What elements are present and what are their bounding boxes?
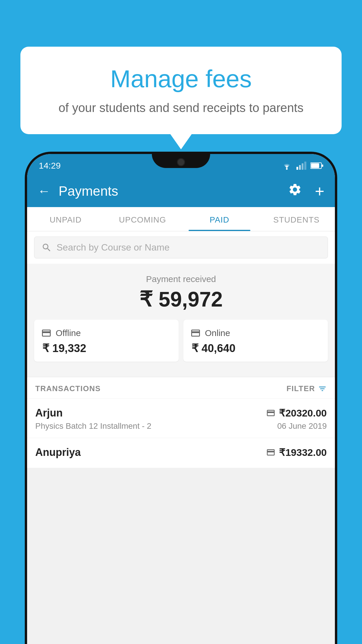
gear-icon [288, 183, 302, 197]
online-amount: ₹ 40,640 [190, 342, 236, 355]
tabs: UNPAID UPCOMING PAID STUDENTS [27, 207, 335, 231]
offline-payment-icon [41, 328, 52, 338]
transaction-top: Anupriya ₹19332.00 [35, 446, 327, 459]
offline-amount: ₹ 19,332 [41, 342, 86, 355]
transaction-amount-row: ₹20320.00 [266, 407, 327, 419]
battery-icon [310, 162, 323, 169]
offline-payment-card: Offline ₹ 19,332 [34, 320, 179, 362]
back-button[interactable]: ← [38, 184, 50, 198]
online-payment-icon [266, 408, 275, 418]
offline-payment-icon [266, 448, 275, 457]
speech-bubble-container: Manage fees of your students and send re… [20, 47, 342, 134]
svg-rect-4 [304, 162, 306, 170]
search-icon [41, 242, 52, 253]
payment-received-section: Payment received ₹ 59,972 Offline ₹ 19,3… [27, 264, 335, 377]
tab-students[interactable]: STUDENTS [258, 207, 335, 231]
status-icons [281, 162, 323, 170]
wifi-icon [281, 162, 292, 170]
phone-frame: 14:29 [25, 152, 337, 644]
bubble-subtitle: of your students and send receipts to pa… [44, 99, 318, 117]
transactions-label: TRANSACTIONS [35, 384, 101, 393]
speech-bubble: Manage fees of your students and send re… [20, 47, 342, 134]
status-time: 14:29 [39, 161, 61, 171]
svg-point-0 [286, 168, 288, 170]
offline-card-header: Offline [41, 328, 81, 338]
svg-rect-2 [299, 165, 301, 170]
tab-unpaid[interactable]: UNPAID [27, 207, 104, 231]
svg-rect-1 [296, 167, 298, 170]
transaction-top: Arjun ₹20320.00 [35, 407, 327, 419]
add-button[interactable]: + [315, 182, 324, 201]
transaction-course: Physics Batch 12 Installment - 2 [35, 421, 151, 431]
search-bar[interactable]: Search by Course or Name [34, 237, 328, 258]
tab-upcoming[interactable]: UPCOMING [104, 207, 181, 231]
table-row[interactable]: Arjun ₹20320.00 Physics Batch 12 Install… [27, 398, 335, 438]
offline-label: Offline [56, 328, 81, 338]
camera-dot [177, 158, 185, 166]
payment-cards: Offline ₹ 19,332 Online ₹ 40,640 [27, 320, 335, 370]
app-title: Payments [59, 183, 280, 199]
online-label: Online [205, 328, 230, 338]
svg-rect-6 [311, 163, 319, 168]
svg-rect-3 [302, 163, 303, 170]
online-payment-card: Online ₹ 40,640 [183, 320, 328, 362]
transactions-header: TRANSACTIONS FILTER [27, 377, 335, 398]
transaction-amount-row: ₹19332.00 [266, 447, 327, 458]
transaction-date: 06 June 2019 [277, 421, 327, 431]
phone-notch [152, 154, 210, 168]
transaction-amount: ₹19332.00 [279, 447, 327, 458]
signal-icon [296, 162, 306, 170]
transaction-amount: ₹20320.00 [279, 407, 327, 419]
filter-label: FILTER [287, 384, 315, 393]
settings-button[interactable] [288, 183, 302, 200]
online-payment-icon [190, 328, 201, 338]
search-placeholder: Search by Course or Name [57, 242, 170, 253]
phone-inner: 14:29 [27, 154, 335, 644]
table-row[interactable]: Anupriya ₹19332.00 [27, 438, 335, 468]
transaction-name: Anupriya [35, 446, 81, 459]
filter-button[interactable]: FILTER [287, 384, 327, 393]
tab-paid[interactable]: PAID [181, 207, 258, 231]
payment-received-label: Payment received [27, 274, 335, 284]
payment-total-amount: ₹ 59,972 [27, 287, 335, 312]
filter-icon [318, 384, 327, 393]
transaction-bottom: Physics Batch 12 Installment - 2 06 June… [35, 421, 327, 431]
search-container: Search by Course or Name [27, 231, 335, 264]
online-card-header: Online [190, 328, 230, 338]
app-bar: ← Payments + [27, 175, 335, 207]
bubble-title: Manage fees [44, 64, 318, 94]
transaction-name: Arjun [35, 407, 63, 419]
svg-rect-7 [322, 164, 323, 167]
